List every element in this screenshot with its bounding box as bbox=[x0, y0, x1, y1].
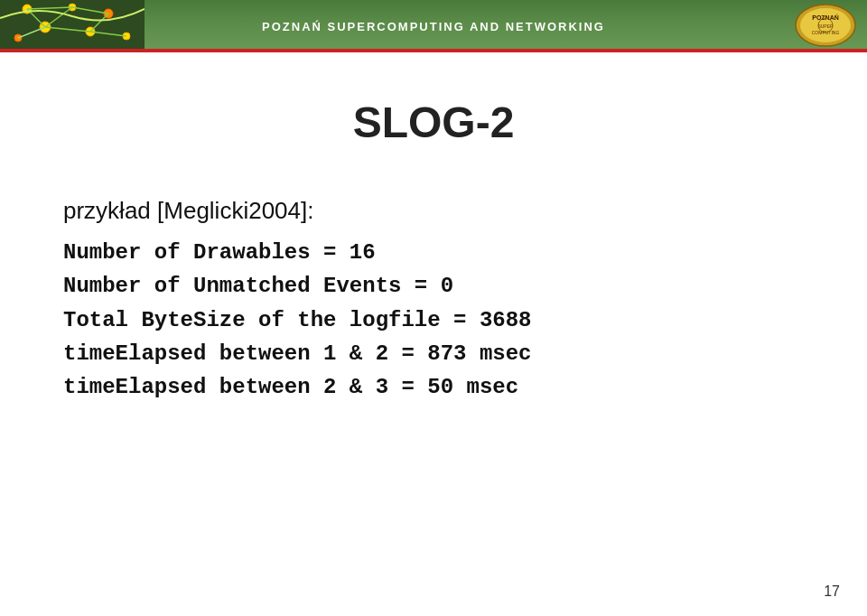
page-number: 17 bbox=[824, 583, 840, 600]
content-line-1: Number of Drawables = 16 bbox=[63, 236, 804, 269]
header-logo: POZNAŃ SUPER COMPUTING bbox=[795, 4, 858, 47]
content-block: przykład [Meglicki2004]: Number of Drawa… bbox=[63, 192, 804, 404]
content-line-3: Total ByteSize of the logfile = 3688 bbox=[63, 303, 804, 337]
svg-text:POZNAŃ: POZNAŃ bbox=[812, 14, 839, 21]
header-title: POZNAŃ SUPERCOMPUTING AND NETWORKING bbox=[262, 20, 605, 33]
slide-title: SLOG-2 bbox=[63, 98, 804, 147]
content-line-5: timeElapsed between 2 & 3 = 50 msec bbox=[63, 370, 804, 404]
intro-line: przykład [Meglicki2004]: bbox=[63, 192, 804, 229]
content-line-4: timeElapsed between 1 & 2 = 873 msec bbox=[63, 337, 804, 370]
svg-text:SUPER: SUPER bbox=[817, 23, 834, 29]
header-bar: POZNAŃ SUPERCOMPUTING AND NETWORKING POZ… bbox=[0, 0, 867, 52]
header-graphic-left bbox=[0, 0, 144, 49]
main-content: SLOG-2 przykład [Meglicki2004]: Number o… bbox=[0, 52, 867, 616]
content-line-2: Number of Unmatched Events = 0 bbox=[63, 269, 804, 303]
